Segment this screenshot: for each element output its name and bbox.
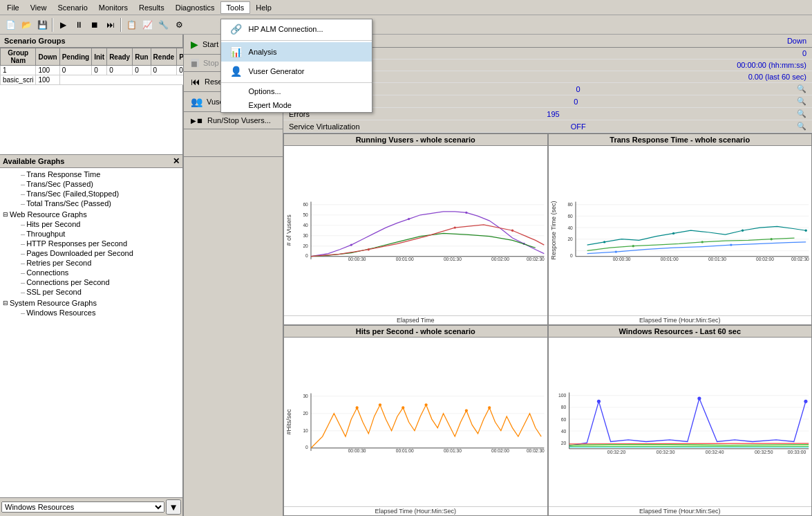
svg-point-51 bbox=[730, 243, 732, 246]
svg-text:00:32:50: 00:32:50 bbox=[754, 449, 773, 454]
windows-resources-title: Windows Resources - Last 60 sec bbox=[549, 326, 812, 338]
tree-item-windows-resources[interactable]: – Windows Resources bbox=[1, 308, 181, 317]
dropdown-vuser-generator[interactable]: 👤 Vuser Generator bbox=[221, 62, 372, 81]
toolbar-btn-3[interactable]: ⏹ bbox=[87, 17, 102, 33]
running-vusers-y-label: # of Vusers bbox=[284, 146, 294, 315]
analysis-icon: 📊 bbox=[229, 45, 243, 59]
run-stop-vusers-btn[interactable]: ▶⏹ Run/Stop Vusers... bbox=[184, 112, 283, 129]
hits-per-second-content: 30 20 10 0 00:00:30 00:01:00 00:01:30 00… bbox=[294, 338, 547, 507]
trans-response-y-label: Response Time (sec) bbox=[549, 146, 558, 315]
hits-per-second-x-label: Elapsed Time (Hour:Min:Sec) bbox=[284, 506, 547, 515]
tree-dash-throughput: – bbox=[21, 230, 25, 238]
tree-dash-conn: – bbox=[21, 268, 25, 277]
toolbar-btn-5[interactable]: 📋 bbox=[124, 17, 139, 33]
dropdown-analysis[interactable]: 📊 Analysis bbox=[221, 42, 372, 62]
tree-dash-4: – bbox=[21, 199, 25, 208]
menu-diagnostics[interactable]: Diagnostics bbox=[170, 2, 220, 13]
svg-text:40: 40 bbox=[303, 223, 308, 228]
run-controls-spacer bbox=[184, 157, 283, 516]
menu-scenario[interactable]: Scenario bbox=[52, 2, 93, 13]
search-icon-passed[interactable]: 🔍 bbox=[797, 84, 806, 93]
status-down-value: Down bbox=[787, 37, 806, 45]
tree-dash-http: – bbox=[21, 239, 25, 248]
sys-group-icon: ⊟ bbox=[3, 300, 8, 306]
toolbar-btn-4[interactable]: ⏭ bbox=[103, 17, 118, 33]
trans-response-x-label: Elapsed Time (Hour:Min:Sec) bbox=[549, 315, 812, 324]
tree-item-conn-per-sec[interactable]: – Connections per Second bbox=[1, 277, 181, 287]
search-icon-errors[interactable]: 🔍 bbox=[797, 109, 806, 118]
svg-text:40: 40 bbox=[560, 428, 566, 433]
windows-resources-body: 100 80 60 40 20 00:32:20 00:32:30 00:32:… bbox=[549, 338, 812, 507]
svg-point-46 bbox=[804, 230, 806, 232]
running-vusers-body: # of Vusers bbox=[284, 146, 547, 315]
vusers-icon: 👥 bbox=[191, 96, 202, 107]
toolbar-btn-1[interactable]: ▶ bbox=[55, 17, 70, 33]
search-icon-failed[interactable]: 🔍 bbox=[797, 97, 806, 106]
toolbar-btn-7[interactable]: 🔧 bbox=[155, 17, 171, 33]
tree-item-trans-response[interactable]: – Trans Response Time bbox=[1, 169, 181, 179]
svg-point-71 bbox=[465, 409, 468, 412]
menu-view[interactable]: View bbox=[25, 2, 53, 13]
graphs-dropdown-select[interactable]: Windows Resources bbox=[1, 501, 164, 513]
tree-item-pages[interactable]: – Pages Downloaded per Second bbox=[1, 248, 181, 258]
available-graphs-header: Available Graphs ✕ bbox=[0, 155, 182, 168]
graphs-dropdown-btn[interactable]: ▼ bbox=[166, 499, 181, 515]
menu-results[interactable]: Results bbox=[133, 2, 170, 13]
trans-response-chart: Trans Response Time - whole scenario Res… bbox=[548, 133, 813, 325]
windows-resources-chart: Windows Resources - Last 60 sec 100 bbox=[548, 325, 813, 517]
tree-dash-hits: – bbox=[21, 220, 25, 228]
sg-row1-ready: 0 bbox=[107, 66, 133, 75]
svg-text:0: 0 bbox=[305, 445, 308, 450]
tree-item-trans-passed[interactable]: – Trans/Sec (Passed) bbox=[1, 179, 181, 189]
menubar: File View Scenario Monitors Results Diag… bbox=[0, 0, 812, 15]
tree-item-hits[interactable]: – Hits per Second bbox=[1, 219, 181, 229]
tree-item-connections[interactable]: – Connections bbox=[1, 268, 181, 277]
svg-text:00:02:00: 00:02:00 bbox=[491, 448, 509, 453]
svg-text:00:02:30: 00:02:30 bbox=[791, 257, 809, 261]
system-resource-group-header[interactable]: ⊟ System Resource Graphs bbox=[1, 298, 181, 308]
tree-item-trans-failed[interactable]: – Trans/Sec (Failed,Stopped) bbox=[1, 189, 181, 199]
dropdown-expert-mode[interactable]: Expert Mode bbox=[221, 98, 372, 112]
svg-text:80: 80 bbox=[567, 202, 573, 207]
toolbar-new[interactable]: 📄 bbox=[3, 17, 18, 33]
running-vusers-title: Running Vusers - whole scenario bbox=[284, 134, 547, 146]
toolbar-btn-8[interactable]: ⚙ bbox=[171, 17, 187, 33]
tree-item-http[interactable]: – HTTP Responses per Second bbox=[1, 239, 181, 248]
menu-help[interactable]: Help bbox=[250, 2, 277, 13]
dropdown-sep-2 bbox=[221, 82, 372, 83]
sg-col-ready: Ready bbox=[107, 48, 133, 66]
toolbar-save[interactable]: 💾 bbox=[35, 17, 50, 33]
toolbar-open[interactable]: 📂 bbox=[19, 17, 34, 33]
sg-empty-area bbox=[0, 85, 182, 154]
dropdown-alm-connection[interactable]: 🔗 HP ALM Connection... bbox=[221, 19, 372, 39]
menu-file[interactable]: File bbox=[1, 2, 25, 13]
close-graphs-button[interactable]: ✕ bbox=[173, 156, 180, 166]
tree-item-retries[interactable]: – Retries per Second bbox=[1, 258, 181, 268]
sg-col-run: Run bbox=[133, 48, 151, 66]
sg-row1-name: 1 bbox=[1, 66, 36, 75]
svg-text:00:01:00: 00:01:00 bbox=[396, 448, 414, 453]
tree-item-ssl[interactable]: – SSL per Second bbox=[1, 287, 181, 297]
trans-response-svg: 80 60 40 20 0 00:00:30 00:01:00 00:01:30… bbox=[558, 146, 812, 315]
web-resource-group-header[interactable]: ⊟ Web Resource Graphs bbox=[1, 210, 181, 219]
hits-per-second-svg: 30 20 10 0 00:00:30 00:01:00 00:01:30 00… bbox=[294, 338, 547, 507]
search-icon-service-virt[interactable]: 🔍 bbox=[797, 122, 806, 131]
toolbar-btn-6[interactable]: 📈 bbox=[140, 17, 155, 33]
running-vusers-content: 60 50 40 30 20 0 00:00:30 00:01:00 00:01… bbox=[294, 146, 547, 315]
tree-dash-2: – bbox=[21, 180, 25, 188]
hits-per-second-chart: Hits per Second - whole scenario #Hits/s… bbox=[283, 325, 548, 517]
sg-col-name: Group Nam bbox=[1, 48, 36, 66]
svg-point-24 bbox=[454, 226, 456, 228]
svg-text:30: 30 bbox=[303, 233, 308, 238]
tree-item-throughput[interactable]: – Throughput bbox=[1, 229, 181, 239]
running-vusers-svg: 60 50 40 30 20 0 00:00:30 00:01:00 00:01… bbox=[294, 146, 547, 315]
toolbar-btn-2[interactable]: ⏸ bbox=[71, 17, 86, 33]
svg-point-47 bbox=[632, 245, 634, 247]
tree-dash-3: – bbox=[21, 190, 25, 198]
menu-tools[interactable]: Tools bbox=[220, 1, 251, 14]
toolbar-sep-1 bbox=[52, 18, 53, 32]
tree-item-total-trans[interactable]: – Total Trans/Sec (Passed) bbox=[1, 199, 181, 208]
tree-dash-ssl: – bbox=[21, 288, 25, 296]
menu-monitors[interactable]: Monitors bbox=[93, 2, 133, 13]
dropdown-options[interactable]: Options... bbox=[221, 84, 372, 98]
